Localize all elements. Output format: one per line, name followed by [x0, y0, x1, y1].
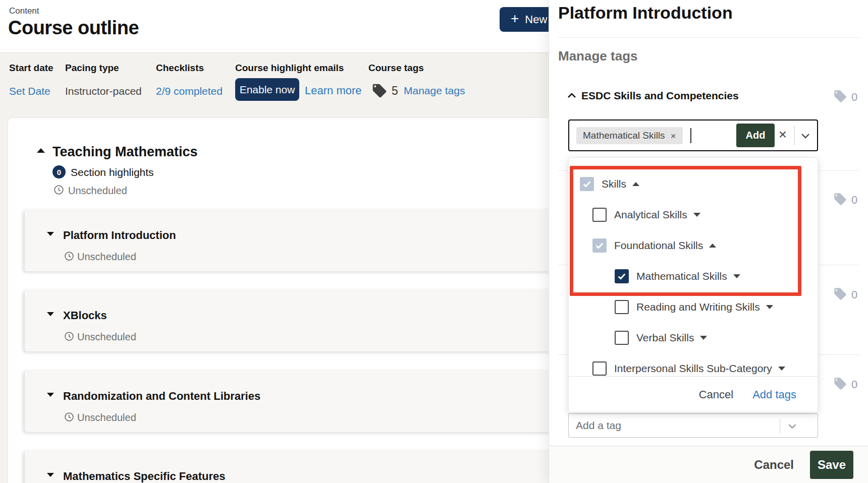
- tag-count-icon: [833, 89, 847, 103]
- collapse-caret-icon[interactable]: [709, 244, 716, 248]
- add-tags-button[interactable]: Add tags: [752, 388, 796, 401]
- expand-caret-icon[interactable]: [47, 312, 54, 316]
- tag-option-verbal-skills[interactable]: Verbal Skills: [569, 322, 818, 353]
- subsection-title: XBlocks: [63, 309, 107, 322]
- tag-option-mathematical-skills[interactable]: Mathematical Skills: [569, 261, 818, 291]
- section-highlights-button[interactable]: Section highlights: [71, 166, 154, 178]
- add-a-tag-placeholder: Add a tag: [576, 419, 621, 432]
- expand-caret-icon[interactable]: [766, 305, 773, 309]
- text-cursor: [690, 128, 691, 143]
- clock-icon: [64, 331, 74, 341]
- tag-option-label: Foundational Skills: [614, 239, 703, 252]
- taxonomy-name: ESDC Skills and Competencies: [581, 90, 739, 102]
- expand-caret-icon[interactable]: [778, 367, 785, 371]
- taxonomy-tag-count: 0: [851, 288, 857, 301]
- subsection-title: Randomization and Content Libraries: [63, 390, 260, 403]
- checkbox-unchecked[interactable]: [615, 331, 629, 345]
- collapse-chevron-icon[interactable]: [566, 90, 578, 102]
- manage-tags-link[interactable]: Manage tags: [404, 85, 465, 97]
- tag-option-skills[interactable]: Skills: [569, 168, 818, 199]
- tag-option-interpersonal-skills-sub-category[interactable]: Interpersonal Skills Sub-Category: [569, 353, 818, 376]
- manage-tags-drawer: Platform Introduction Manage tags ESDC S…: [549, 0, 868, 483]
- tag-option-foundational-skills[interactable]: Foundational Skills: [569, 230, 818, 261]
- clock-icon: [53, 185, 64, 195]
- dropdown-cancel-button[interactable]: Cancel: [699, 388, 733, 401]
- tag-option-label: Mathematical Skills: [636, 270, 727, 282]
- highlight-emails-label: Course highlight emails: [235, 63, 344, 74]
- start-date-label: Start date: [9, 63, 53, 74]
- tag-option-reading-and-writing-skills[interactable]: Reading and Writing Skills: [569, 291, 818, 322]
- tag-icon: [371, 83, 388, 99]
- chevron-down-icon[interactable]: [787, 420, 798, 432]
- checkbox-unchecked[interactable]: [592, 361, 607, 376]
- clock-icon: [64, 412, 74, 422]
- pacing-type-label: Pacing type: [65, 63, 119, 74]
- checkbox-checked[interactable]: [615, 269, 629, 283]
- divider: [558, 37, 859, 38]
- expand-caret-icon[interactable]: [47, 473, 54, 477]
- save-button[interactable]: Save: [810, 451, 853, 479]
- subsection-schedule: Unscheduled: [77, 251, 136, 263]
- cancel-button[interactable]: Cancel: [754, 458, 794, 472]
- drawer-subtitle: Manage tags: [558, 48, 638, 64]
- dropdown-footer: Cancel Add tags: [569, 376, 818, 412]
- taxonomy-tag-count: 0: [851, 194, 857, 207]
- expand-caret-icon[interactable]: [47, 232, 54, 236]
- selected-tag-label: Mathematical Skills: [583, 130, 665, 141]
- expand-caret-icon[interactable]: [47, 393, 54, 397]
- collapse-caret-icon[interactable]: [632, 182, 639, 186]
- checklists-link[interactable]: 2/9 completed: [156, 85, 223, 97]
- subsection-title: Mathematics Specific Features: [63, 470, 226, 483]
- tag-count-icon: [833, 377, 847, 391]
- tag-count-icon: [833, 287, 847, 301]
- checkbox-implicit[interactable]: [580, 177, 594, 191]
- checkbox-unchecked[interactable]: [615, 300, 629, 314]
- drawer-title: Platform Introduction: [558, 3, 733, 23]
- subsection-title: Platform Introduction: [63, 229, 176, 242]
- add-tag-button[interactable]: Add: [736, 124, 775, 147]
- tag-option-label: Skills: [602, 178, 626, 190]
- clear-icon[interactable]: ×: [776, 127, 789, 144]
- learn-more-link[interactable]: Learn more: [305, 84, 362, 97]
- subsection-schedule: Unscheduled: [77, 412, 136, 424]
- section-title: Teaching Mathematics: [52, 144, 198, 160]
- tag-option-label: Analytical Skills: [614, 209, 687, 221]
- set-date-link[interactable]: Set Date: [9, 85, 50, 97]
- studio-course-outline-screen: Content Course outline + New Start date …: [0, 0, 868, 483]
- tag-options-dropdown: SkillsAnalytical SkillsFoundational Skil…: [568, 157, 818, 412]
- course-tags-label: Course tags: [368, 63, 424, 74]
- selected-tag-chip[interactable]: Mathematical Skills ×: [576, 127, 683, 144]
- checkbox-unchecked[interactable]: [592, 208, 607, 222]
- expand-caret-icon[interactable]: [733, 274, 740, 278]
- expand-caret-icon[interactable]: [700, 336, 707, 340]
- drawer-footer: Cancel Save: [549, 446, 868, 483]
- subsection-schedule: Unscheduled: [77, 331, 136, 343]
- divider: [794, 126, 795, 145]
- breadcrumb: Content: [9, 6, 39, 16]
- course-meta-bar: Start date Pacing type Checklists Course…: [0, 53, 550, 117]
- taxonomy-tag-count: 0: [851, 91, 857, 104]
- remove-tag-icon[interactable]: ×: [671, 131, 676, 141]
- course-tag-count: 5: [392, 84, 398, 98]
- highlights-count-badge: 0: [52, 165, 66, 178]
- pacing-type-value: Instructor-paced: [65, 85, 142, 97]
- tag-count-icon: [833, 192, 847, 206]
- checklists-label: Checklists: [156, 63, 204, 74]
- clock-icon: [64, 251, 74, 261]
- page-title: Course outline: [8, 17, 139, 39]
- section-collapse-caret-icon[interactable]: [37, 148, 45, 153]
- expand-caret-icon[interactable]: [693, 213, 700, 217]
- section-schedule: Unscheduled: [68, 185, 127, 197]
- add-a-tag-input[interactable]: Add a tag: [568, 413, 818, 438]
- tag-options-list: SkillsAnalytical SkillsFoundational Skil…: [569, 158, 818, 376]
- enable-now-button[interactable]: Enable now: [235, 78, 299, 101]
- new-button-label: New: [525, 13, 547, 26]
- plus-icon: +: [511, 12, 519, 26]
- chevron-down-icon[interactable]: [799, 130, 811, 142]
- taxonomy-tag-count: 0: [851, 378, 857, 391]
- tag-combobox[interactable]: Mathematical Skills × Add ×: [568, 119, 818, 151]
- tag-option-analytical-skills[interactable]: Analytical Skills: [569, 199, 818, 230]
- checkbox-implicit[interactable]: [592, 238, 607, 253]
- tag-option-label: Interpersonal Skills Sub-Category: [614, 363, 772, 375]
- tag-option-label: Reading and Writing Skills: [636, 301, 760, 313]
